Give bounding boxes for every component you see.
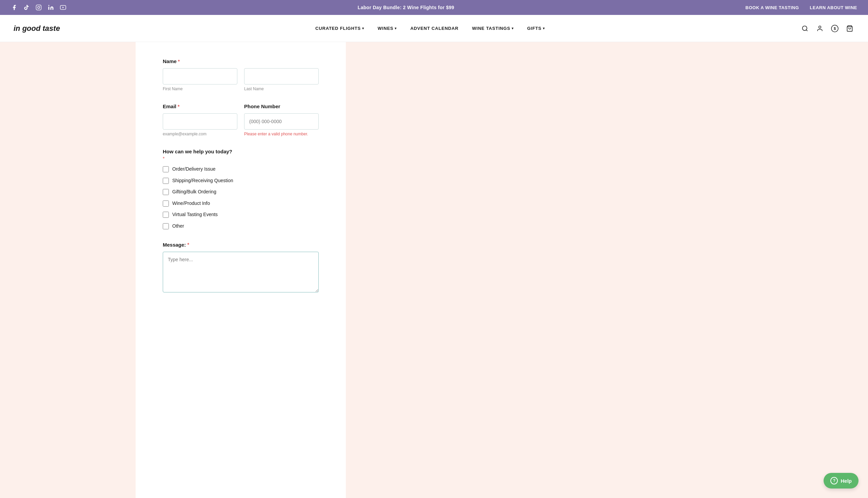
contact-form: Name * First Name Last Name Email	[136, 42, 346, 498]
nav-wines[interactable]: WINES ▾	[372, 23, 402, 34]
nav-advent-calendar[interactable]: ADVENT CALENDAR	[405, 23, 464, 34]
last-name-group: Last Name	[244, 68, 319, 91]
checkbox-gifting[interactable]: Gifting/Bulk Ordering	[163, 188, 319, 195]
youtube-icon[interactable]	[60, 4, 66, 11]
linkedin-icon[interactable]	[48, 4, 54, 11]
email-input[interactable]	[163, 113, 237, 130]
nav-gifts[interactable]: GIFTS ▾	[522, 23, 550, 34]
checkbox-virtual-tasting[interactable]: Virtual Tasting Events	[163, 211, 319, 218]
rewards-icon[interactable]: $	[830, 24, 840, 33]
checkbox-shipping[interactable]: Shipping/Receiving Question	[163, 178, 319, 184]
account-icon[interactable]	[815, 24, 825, 33]
last-name-input[interactable]	[244, 68, 319, 84]
checkbox-shipping-input[interactable]	[163, 178, 169, 184]
message-section: Message: *	[163, 242, 319, 294]
svg-text:$: $	[834, 26, 836, 30]
message-label: Message: *	[163, 242, 319, 248]
nav-curated-flights[interactable]: CURATED FLIGHTS ▾	[310, 23, 370, 34]
checkbox-other-input[interactable]	[163, 223, 169, 229]
sidebar-left	[0, 42, 136, 498]
svg-point-2	[40, 6, 40, 6]
checkbox-shipping-label: Shipping/Receiving Question	[172, 178, 233, 184]
nav-wine-tastings[interactable]: WINE TASTINGS ▾	[467, 23, 519, 34]
email-helper: example@example.com	[163, 132, 237, 136]
nav-icons: $	[800, 24, 854, 33]
checkbox-order-delivery-label: Order/Delivery Issue	[172, 166, 216, 173]
help-section: How can we help you today? * Order/Deliv…	[163, 148, 319, 230]
chevron-down-icon: ▾	[395, 26, 397, 30]
help-label: Help	[841, 478, 852, 484]
checkbox-order-delivery[interactable]: Order/Delivery Issue	[163, 166, 319, 173]
help-button[interactable]: ? Help	[824, 473, 858, 488]
svg-marker-5	[62, 7, 64, 9]
instagram-icon[interactable]	[35, 4, 42, 11]
last-name-helper: Last Name	[244, 87, 319, 91]
svg-point-7	[819, 26, 821, 28]
search-icon[interactable]	[800, 24, 810, 33]
first-name-input[interactable]	[163, 68, 237, 84]
sidebar-right	[346, 42, 868, 498]
top-banner: Labor Day Bundle: 2 Wine Flights for $99…	[0, 0, 868, 15]
checkbox-wine-info-input[interactable]	[163, 200, 169, 207]
book-tasting-link[interactable]: BOOK A WINE TASTING	[746, 5, 799, 10]
phone-label: Phone Number	[244, 104, 319, 109]
required-indicator: *	[178, 104, 179, 109]
tiktok-icon[interactable]	[23, 4, 30, 11]
email-label: Email *	[163, 104, 237, 109]
contact-fields-row: Email * example@example.com Phone Number…	[163, 104, 319, 136]
required-indicator: *	[187, 242, 189, 247]
phone-group: Phone Number Please enter a valid phone …	[244, 104, 319, 136]
checkbox-wine-info[interactable]: Wine/Product Info	[163, 200, 319, 207]
phone-error: Please enter a valid phone number.	[244, 132, 319, 136]
checkbox-other-label: Other	[172, 223, 184, 230]
required-indicator: *	[178, 59, 180, 64]
checkbox-other[interactable]: Other	[163, 223, 319, 230]
svg-point-6	[802, 26, 806, 30]
contact-section: Email * example@example.com Phone Number…	[163, 104, 319, 136]
chevron-down-icon: ▾	[543, 26, 545, 30]
email-group: Email * example@example.com	[163, 104, 237, 136]
help-question: How can we help you today?	[163, 148, 319, 154]
checkbox-gifting-label: Gifting/Bulk Ordering	[172, 188, 216, 195]
svg-point-4	[49, 5, 50, 6]
checkbox-virtual-tasting-label: Virtual Tasting Events	[172, 211, 218, 218]
top-cta-links: BOOK A WINE TASTING LEARN ABOUT WINE	[746, 5, 857, 10]
site-logo[interactable]: in good taste	[14, 24, 60, 33]
help-icon: ?	[830, 477, 838, 484]
nav-links: CURATED FLIGHTS ▾ WINES ▾ ADVENT CALENDA…	[310, 23, 550, 34]
name-section: Name * First Name Last Name	[163, 58, 319, 91]
message-textarea[interactable]	[163, 252, 319, 292]
cart-icon[interactable]	[845, 24, 854, 33]
promo-text: Labor Day Bundle: 2 Wine Flights for $99	[358, 5, 454, 10]
checkbox-virtual-tasting-input[interactable]	[163, 212, 169, 218]
svg-rect-0	[36, 5, 41, 10]
main-layout: Name * First Name Last Name Email	[0, 42, 868, 498]
learn-wine-link[interactable]: LEARN ABOUT WINE	[810, 5, 857, 10]
facebook-icon[interactable]	[11, 4, 18, 11]
chevron-down-icon: ▾	[512, 26, 514, 30]
checkbox-wine-info-label: Wine/Product Info	[172, 200, 210, 207]
required-indicator: *	[163, 156, 319, 161]
first-name-group: First Name	[163, 68, 237, 91]
checkbox-gifting-input[interactable]	[163, 189, 169, 195]
main-nav: in good taste CURATED FLIGHTS ▾ WINES ▾ …	[0, 15, 868, 42]
phone-input[interactable]	[244, 113, 319, 130]
svg-rect-3	[49, 7, 50, 10]
name-label: Name *	[163, 58, 319, 64]
first-name-helper: First Name	[163, 87, 237, 91]
social-links	[11, 4, 66, 11]
svg-point-1	[38, 6, 40, 9]
checkbox-order-delivery-input[interactable]	[163, 166, 169, 172]
chevron-down-icon: ▾	[362, 26, 364, 30]
name-fields-row: First Name Last Name	[163, 68, 319, 91]
